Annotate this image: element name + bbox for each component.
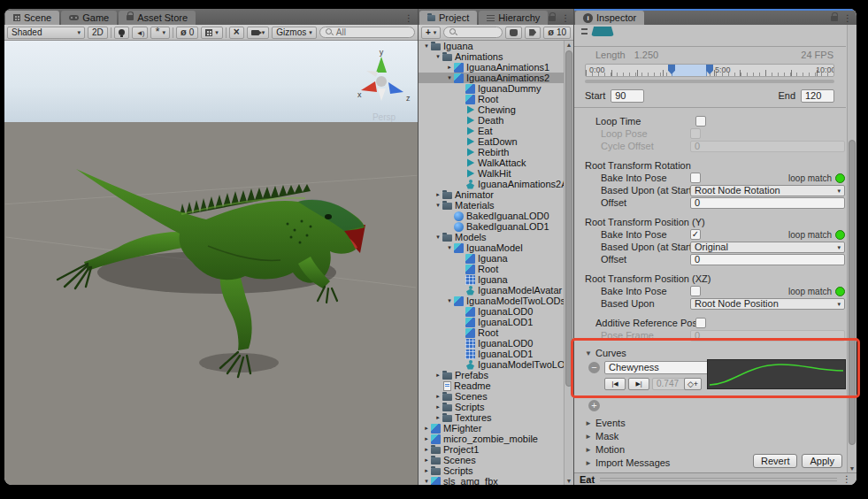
tree-item[interactable]: ▸Scripts: [419, 402, 564, 412]
text-field[interactable]: 0: [690, 254, 845, 265]
dropdown[interactable]: Root Node Rotation▾: [690, 185, 845, 196]
scrollbar-thumb[interactable]: [849, 140, 856, 445]
tree-item[interactable]: ▸Animator: [419, 189, 564, 200]
drag-handle[interactable]: [600, 478, 837, 481]
tab-game[interactable]: Game: [61, 11, 117, 25]
expander-icon[interactable]: ▸: [422, 423, 431, 434]
timeline-scrollbar[interactable]: [585, 80, 834, 83]
tree-item[interactable]: IguanaModelAvatar: [419, 285, 564, 296]
foldout-events[interactable]: ►Events: [574, 417, 846, 429]
tree-item[interactable]: Root: [419, 94, 564, 104]
2d-toggle[interactable]: 2D: [88, 27, 108, 39]
asset-labels-button[interactable]: [525, 27, 541, 39]
tree-item[interactable]: IguanaLOD1: [419, 317, 564, 327]
tree-item[interactable]: ▸Scenes: [419, 455, 564, 465]
tree-item[interactable]: IguanaDummy: [419, 83, 564, 94]
curves-foldout[interactable]: ▼ Curves: [574, 347, 846, 359]
tree-item[interactable]: Death: [419, 115, 564, 126]
tree-item[interactable]: IguanaLOD0: [419, 338, 564, 349]
scroll-up-icon[interactable]: ▲: [565, 42, 573, 48]
clip-timeline-ruler[interactable]: 0:00 5:00 10:00: [585, 64, 834, 77]
shading-mode-dropdown[interactable]: Shaded ▾: [7, 27, 85, 39]
scene-viewport[interactable]: y x z Persp: [4, 41, 418, 485]
lock-icon[interactable]: [831, 16, 838, 21]
tree-item[interactable]: BakedIguanaLOD0: [419, 211, 564, 221]
tree-item[interactable]: ▸Scripts: [419, 465, 564, 476]
clip-range-selection[interactable]: [672, 65, 707, 76]
scene-search-input[interactable]: All: [319, 27, 415, 38]
tree-item[interactable]: WalkHit: [419, 168, 564, 179]
tree-item[interactable]: Iguana: [419, 253, 564, 264]
project-search-input[interactable]: [443, 27, 503, 38]
expander-icon[interactable]: ▾: [445, 296, 454, 306]
prev-key-button[interactable]: |◀: [604, 378, 626, 390]
expander-icon[interactable]: ▸: [422, 444, 431, 455]
tree-item[interactable]: ▾Materials: [419, 200, 564, 211]
gizmos-dropdown[interactable]: Gizmos ▾: [272, 27, 316, 39]
tree-item[interactable]: Chewing: [419, 104, 564, 115]
scroll-down-icon[interactable]: ▼: [848, 465, 856, 472]
scene-audio-button[interactable]: [132, 27, 149, 39]
expander-icon[interactable]: ▸: [434, 391, 442, 402]
dropdown[interactable]: Original▾: [690, 242, 845, 253]
next-key-button[interactable]: ▶|: [628, 378, 649, 390]
expander-icon[interactable]: ▸: [434, 402, 442, 412]
tab-inspector[interactable]: Inspector: [575, 11, 644, 25]
tree-item[interactable]: ▾IguanaModel: [419, 242, 564, 253]
tree-item[interactable]: Root: [419, 327, 564, 338]
camera-dropdown[interactable]: ▾: [247, 27, 270, 39]
tree-item[interactable]: ▸Textures: [419, 412, 564, 423]
scroll-down-icon[interactable]: ▼: [565, 478, 573, 484]
text-field[interactable]: 0: [690, 197, 845, 209]
expander-icon[interactable]: ▾: [445, 242, 454, 253]
hidden-objects-button[interactable]: 0: [176, 27, 198, 39]
expander-icon[interactable]: ▾: [422, 476, 431, 485]
tree-item[interactable]: IguanaLOD0: [419, 306, 564, 317]
scene-menu-icon[interactable]: ⋮: [404, 14, 413, 23]
grid-snap-dropdown[interactable]: ▾: [201, 27, 223, 39]
dropdown[interactable]: Root Node Position▾: [690, 298, 845, 310]
tree-item[interactable]: ▸Scenes: [419, 391, 564, 402]
clip-end-handle[interactable]: [706, 65, 713, 74]
component-tools-button[interactable]: [229, 27, 244, 39]
iguana-model[interactable]: [49, 140, 411, 432]
apply-button[interactable]: Apply: [802, 454, 842, 468]
expander-icon[interactable]: ▸: [422, 434, 431, 444]
expander-icon[interactable]: ▸: [434, 370, 442, 380]
expander-icon[interactable]: ▾: [445, 73, 454, 83]
scene-orientation-gizmo[interactable]: y x z Persp: [352, 46, 414, 127]
tree-item[interactable]: BakedIguanaLOD1: [419, 221, 564, 232]
tab-asset-store[interactable]: Asset Store: [119, 11, 196, 25]
create-asset-dropdown[interactable]: + ▾: [421, 27, 441, 39]
tree-item[interactable]: Root: [419, 264, 564, 274]
preview-bar[interactable]: Eat ⋮: [574, 472, 856, 485]
lock-icon[interactable]: [549, 16, 556, 21]
checkbox[interactable]: [690, 173, 701, 183]
tree-item[interactable]: WalkAttack: [419, 157, 564, 168]
scrollbar-thumb[interactable]: [565, 50, 572, 387]
expander-icon[interactable]: ▾: [434, 232, 442, 242]
tree-item[interactable]: ▾Iguana: [419, 41, 564, 51]
expander-icon[interactable]: ▾: [434, 200, 442, 211]
project-menu-icon[interactable]: ⋮: [561, 14, 570, 23]
tab-project[interactable]: Project: [419, 11, 477, 25]
tree-item[interactable]: ▾IguanaModelTwoLODs: [419, 296, 564, 306]
revert-button[interactable]: Revert: [753, 454, 797, 468]
tab-scene[interactable]: Scene: [5, 11, 59, 25]
tree-item[interactable]: EatDown: [419, 136, 564, 147]
tree-item[interactable]: ▾Animations: [419, 51, 564, 62]
scene-lighting-button[interactable]: [114, 27, 129, 39]
tree-item[interactable]: ▾sls_amg_fbx: [419, 476, 564, 485]
expander-icon[interactable]: ▸: [434, 189, 442, 200]
tree-item[interactable]: Rebirth: [419, 147, 564, 157]
end-field[interactable]: 120: [801, 89, 834, 103]
checkbox[interactable]: [695, 116, 706, 127]
tab-hierarchy[interactable]: Hierarchy: [479, 11, 548, 25]
add-curve-button[interactable]: +: [588, 400, 600, 411]
expander-icon[interactable]: ▾: [422, 41, 431, 51]
expander-icon[interactable]: ▸: [434, 412, 442, 423]
tree-item[interactable]: Readme: [419, 380, 564, 391]
preview-menu-icon[interactable]: ⋮: [842, 475, 851, 484]
expander-icon[interactable]: ▸: [422, 455, 431, 465]
project-scrollbar[interactable]: ▲ ▼: [564, 41, 573, 485]
